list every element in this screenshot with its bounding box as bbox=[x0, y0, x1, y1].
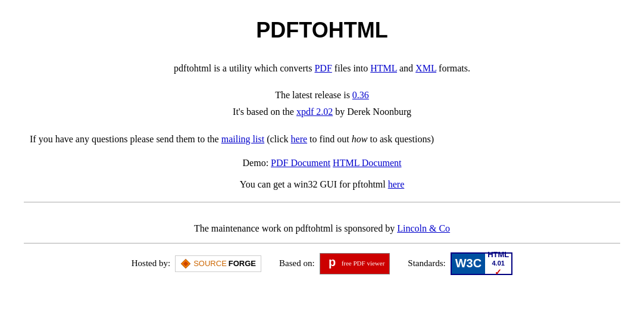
questions-between: (click bbox=[264, 134, 290, 144]
pdf-viewer-text: viewer bbox=[367, 260, 384, 267]
pdf-link[interactable]: PDF bbox=[314, 63, 332, 73]
release-line1-before: The latest release is bbox=[275, 90, 352, 100]
questions-after: to find out bbox=[307, 134, 352, 144]
standards-item: Standards: W3C HTML 4.01 ✓ bbox=[408, 252, 512, 275]
pdf-badge-letter: p bbox=[325, 254, 339, 273]
release-paragraph: The latest release is 0.36 It's based on… bbox=[24, 87, 620, 121]
main-divider bbox=[24, 202, 620, 202]
questions-paragraph: If you have any questions please send th… bbox=[24, 132, 620, 147]
demo-label: Demo: bbox=[243, 158, 271, 168]
pdf-badge[interactable]: p free PDF viewer bbox=[320, 253, 390, 274]
based-on-label: Based on: bbox=[279, 258, 315, 268]
sponsor-before: The maintenance work on pdftohtml is spo… bbox=[194, 223, 397, 233]
sponsor-link[interactable]: Lincoln & Co bbox=[397, 223, 450, 233]
page-container: PDFTOHTML pdftohtml is a utility which c… bbox=[0, 0, 644, 293]
pdf-x-icon: p bbox=[325, 254, 339, 270]
sourceforge-text: SOURCEFORGE bbox=[193, 259, 256, 268]
release-line2-before: It's based on the bbox=[233, 107, 296, 117]
w3c-label: W3C bbox=[455, 257, 482, 270]
mailing-list-link[interactable]: mailing list bbox=[221, 134, 264, 144]
w3c-html-info: HTML 4.01 ✓ bbox=[485, 254, 511, 274]
questions-before: If you have any questions please send th… bbox=[30, 134, 221, 144]
intro-paragraph: pdftohtml is a utility which converts PD… bbox=[24, 61, 620, 76]
footer-section: Hosted by: SOURCEFORGE Based on: bbox=[24, 243, 620, 281]
intro-between2: and bbox=[397, 63, 415, 73]
based-on-item: Based on: p free PDF viewer bbox=[279, 253, 390, 274]
sponsor-section: The maintenance work on pdftohtml is spo… bbox=[24, 214, 620, 243]
w3c-text: W3C bbox=[452, 254, 485, 274]
demo-paragraph: Demo: PDF Document HTML Document bbox=[24, 158, 620, 168]
questions-here-link[interactable]: here bbox=[291, 134, 308, 144]
release-link[interactable]: 0.36 bbox=[352, 90, 369, 100]
release-line2-after: by Derek Noonburg bbox=[333, 107, 411, 117]
sourceforge-diamond-icon bbox=[180, 258, 191, 269]
hosted-by-item: Hosted by: SOURCEFORGE bbox=[132, 255, 261, 272]
xpdf-link[interactable]: xpdf 2.02 bbox=[296, 107, 333, 117]
intro-before-pdf: pdftohtml is a utility which converts bbox=[174, 63, 314, 73]
w3c-version-text: 4.01 bbox=[492, 260, 504, 267]
pdf-doc-link[interactable]: PDF Document bbox=[271, 158, 330, 168]
pdf-badge-text: free PDF viewer bbox=[342, 260, 385, 267]
sf-forge-text: FORGE bbox=[229, 259, 256, 268]
intro-after: formats. bbox=[436, 63, 470, 73]
w3c-checkmark-icon: ✓ bbox=[495, 267, 502, 277]
hosted-by-label: Hosted by: bbox=[132, 258, 170, 268]
svg-text:p: p bbox=[329, 255, 336, 268]
w3c-badge[interactable]: W3C HTML 4.01 ✓ bbox=[451, 252, 513, 275]
w3c-html-text: HTML bbox=[487, 250, 509, 260]
win32-paragraph: You can get a win32 GUI for pftohtml her… bbox=[24, 179, 620, 190]
sourceforge-badge[interactable]: SOURCEFORGE bbox=[175, 255, 261, 272]
pdf-free-text: free PDF bbox=[342, 260, 365, 267]
questions-end: to ask questions) bbox=[367, 134, 434, 144]
html-link[interactable]: HTML bbox=[370, 63, 397, 73]
intro-between1: files into bbox=[332, 63, 370, 73]
xml-link[interactable]: XML bbox=[415, 63, 436, 73]
html-doc-link[interactable]: HTML Document bbox=[333, 158, 401, 168]
win32-here-link[interactable]: here bbox=[388, 179, 405, 189]
page-title: PDFTOHTML bbox=[24, 18, 620, 43]
standards-label: Standards: bbox=[408, 258, 445, 268]
questions-how: how bbox=[352, 134, 368, 144]
sf-source-text: SOURCE bbox=[193, 259, 227, 268]
win32-before: You can get a win32 GUI for pftohtml bbox=[240, 179, 388, 189]
